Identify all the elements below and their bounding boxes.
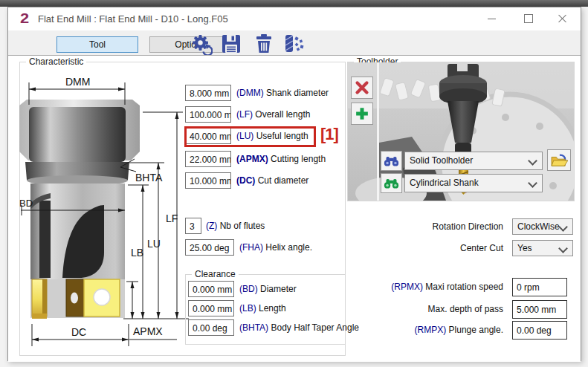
simulate-icon[interactable] [282,33,305,55]
search-shank-button[interactable] [381,173,402,193]
dim-label-dmm: DMM [65,76,90,88]
window-title: Flat End Mill : Flat End Mill - D10 - Lo… [38,13,228,25]
toolholder-type-value: Solid Toolholder [410,155,473,166]
cut-diameter-field[interactable]: 10.000 mm [185,172,231,189]
body-half-taper-label: (BHTA) Body Half Taper Angle [239,319,359,336]
cutting-length-label: (APMX) Cutting length [236,151,326,167]
cutting-length-field[interactable]: 22.000 mm [185,151,231,167]
rotation-direction-value: ClockWise [517,221,560,232]
tool-diagram: DMM BD BHTA LB LU LF APMX [19,68,192,354]
flutes-label: (Z) Nb of flutes [206,218,265,234]
chevron-down-icon [558,222,568,232]
add-plus-icon [355,106,369,121]
center-cut-value: Yes [517,243,532,253]
dim-label-lu: LU [147,238,161,250]
dim-label-dc: DC [71,326,86,338]
clearance-length-field[interactable]: 0.000 mm [188,300,234,316]
maximize-button[interactable] [514,7,543,30]
open-folder-icon [550,153,568,168]
annotation-label: [1] [320,125,338,144]
add-toolholder-button[interactable] [351,103,373,125]
clearance-diameter-field[interactable]: 0.000 mm [188,281,234,297]
center-cut-label: Center Cut [460,240,503,256]
compute-icon[interactable] [190,33,213,55]
shank-type-select[interactable]: Cylindrical Shank [404,174,543,192]
center-cut-select[interactable]: Yes [512,240,573,256]
remove-toolholder-button[interactable] [351,77,373,99]
close-icon [558,14,567,23]
body-half-taper-field[interactable]: 0.00 deg [188,319,234,336]
search-toolholder-button[interactable] [381,151,402,171]
binoculars-green-icon [384,178,399,189]
overall-length-label: (LF) Overall length [236,106,310,123]
tab-toolbar: Tool Options [8,30,581,56]
delete-icon[interactable] [253,33,275,55]
toolholder-group: Toolholder [347,62,575,201]
dim-label-lb: LB [131,247,143,259]
max-rotation-speed-label: (RPMX) Maxi rotation speed [391,278,503,296]
minimize-icon [488,19,496,19]
plunge-angle-field[interactable]: 0.00 deg [512,321,567,340]
tool-editor-dialog: 2 Flat End Mill : Flat End Mill - D10 - … [7,7,581,361]
plunge-angle-label: (RMPX) Plunge angle. [415,321,503,340]
toolholder-type-select[interactable]: Solid Toolholder [404,152,543,170]
shank-diameter-field[interactable]: 8.000 mm [185,85,231,101]
cut-diameter-label: (DC) Cut diameter [236,172,308,189]
remove-x-icon [355,80,369,95]
dim-label-apmx: APMX [133,325,163,337]
shank-type-value: Cylindrical Shank [410,178,479,188]
close-button[interactable] [548,7,578,30]
tab-tool[interactable]: Tool [56,36,138,53]
chevron-down-icon [558,244,568,253]
clearance-group-label: Clearance [192,269,239,279]
characteristic-group-label: Characteristic [26,56,86,67]
helix-angle-label: (FHA) Helix angle. [239,239,312,256]
clearance-length-label: (LB) Length [239,300,286,316]
clearance-diameter-label: (BD) Diameter [239,281,297,297]
maximize-icon [524,14,533,23]
shank-diameter-label: (DMM) Shank diameter [236,85,329,101]
max-depth-of-pass-field[interactable]: 5.000 mm [512,300,567,319]
open-toolholder-library-button[interactable] [547,149,571,171]
max-depth-of-pass-label: Max. depth of pass [428,300,503,319]
helix-angle-field[interactable]: 25.00 deg [185,239,234,256]
overall-length-field[interactable]: 100.000 mm [185,106,231,123]
minimize-button[interactable] [476,7,506,30]
screen-top-band [0,0,588,7]
binoculars-blue-icon [384,155,399,167]
chevron-down-icon [528,178,537,188]
app-logo-icon: 2 [16,11,33,26]
rotation-direction-select[interactable]: ClockWise [512,218,573,235]
annotation-highlight-box [184,126,316,147]
chevron-down-icon [528,156,537,166]
dim-label-bd: BD [19,198,33,209]
flutes-field[interactable]: 3 [185,218,201,234]
save-icon[interactable] [220,33,242,55]
rotation-direction-label: Rotation Direction [433,218,503,235]
titlebar[interactable]: 2 Flat End Mill : Flat End Mill - D10 - … [8,7,581,31]
max-rotation-speed-field[interactable]: 0 rpm [512,278,567,296]
dim-label-lf: LF [166,212,178,224]
